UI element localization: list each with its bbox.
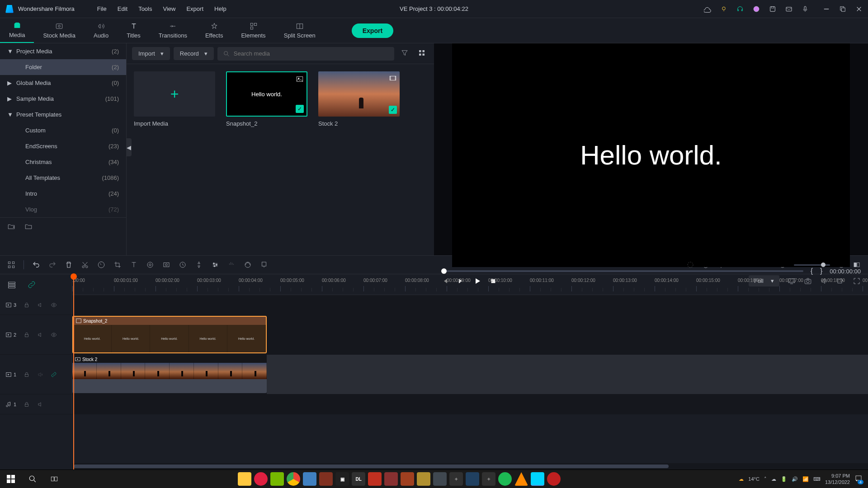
eye-icon[interactable] xyxy=(51,302,57,308)
media-item-snapshot[interactable]: Hello world. ✓ Snapshot_2 xyxy=(226,71,307,127)
app-opera[interactable] xyxy=(254,472,268,486)
motion-tool[interactable] xyxy=(195,261,203,269)
app-chrome[interactable] xyxy=(287,472,300,486)
weather-temp[interactable]: 14°C xyxy=(748,476,760,482)
app-spotify[interactable] xyxy=(498,472,512,486)
tab-media[interactable]: Media xyxy=(0,18,34,43)
app-generic-5[interactable] xyxy=(368,472,382,486)
tab-titles[interactable]: Titles xyxy=(118,18,150,43)
menu-view[interactable]: View xyxy=(163,5,175,12)
timeline-scrollbar[interactable] xyxy=(72,463,868,469)
crop-tool[interactable] xyxy=(113,261,122,269)
export-button[interactable]: Export xyxy=(352,23,393,38)
tray-volume-icon[interactable]: 🔊 xyxy=(792,476,798,482)
import-dropdown[interactable]: Import ▾ xyxy=(132,47,170,60)
tray-language-icon[interactable]: ⌨ xyxy=(813,476,821,482)
sidebar-item-global-media[interactable]: ▶ Global Media (0) xyxy=(0,75,126,91)
tab-transitions[interactable]: Transitions xyxy=(150,18,196,43)
app-vlc[interactable] xyxy=(514,472,528,486)
eye-icon[interactable] xyxy=(51,332,57,338)
weather-icon[interactable]: ☁ xyxy=(739,476,744,482)
sidebar-item-intro[interactable]: Intro (24) xyxy=(0,186,126,202)
timeline-clip-stock[interactable]: Stock 2 xyxy=(72,356,267,393)
tray-battery-icon[interactable]: 🔋 xyxy=(781,476,787,482)
app-generic-13[interactable] xyxy=(547,472,561,486)
record-dropdown[interactable]: Record ▾ xyxy=(174,47,214,60)
menu-help[interactable]: Help xyxy=(214,5,226,12)
minimize-button[interactable] xyxy=(823,5,830,13)
redo-button[interactable] xyxy=(48,261,57,269)
menu-file[interactable]: File xyxy=(97,5,107,12)
app-generic-9[interactable] xyxy=(433,472,447,486)
preview-scrubber[interactable] xyxy=(441,270,803,272)
tab-effects[interactable]: Effects xyxy=(196,18,232,43)
mute-icon[interactable] xyxy=(37,302,43,308)
app-generic-7[interactable] xyxy=(401,472,414,486)
media-item-stock[interactable]: ✓ Stock 2 xyxy=(318,71,400,127)
search-input[interactable] xyxy=(234,50,389,57)
sidebar-item-christmas[interactable]: Christmas (34) xyxy=(0,154,126,170)
app-generic-6[interactable] xyxy=(384,472,398,486)
track-manager-icon[interactable] xyxy=(7,280,16,289)
grid-view-icon[interactable] xyxy=(415,49,429,58)
app-generic-3[interactable]: ▣ xyxy=(335,472,349,486)
audio-sync-tool[interactable] xyxy=(227,261,236,269)
sidebar-item-endscreens[interactable]: EndScreens (23) xyxy=(0,138,126,154)
menu-edit[interactable]: Edit xyxy=(118,5,127,12)
tray-wifi-icon[interactable]: 📶 xyxy=(802,476,809,482)
mute-icon[interactable] xyxy=(37,371,43,378)
tray-chevron-icon[interactable]: ˄ xyxy=(764,476,767,482)
sidebar-item-project-media[interactable]: ▼ Project Media (2) xyxy=(0,43,126,59)
task-view-button[interactable] xyxy=(43,470,65,488)
app-generic-10[interactable]: ✦ xyxy=(449,472,463,486)
close-button[interactable] xyxy=(855,5,863,13)
sidebar-item-folder[interactable]: Folder (2) xyxy=(0,59,126,75)
timeline-clip-snapshot[interactable]: Snapshot_2 Hello world. Hello world. Hel… xyxy=(72,316,267,353)
tab-elements[interactable]: Elements xyxy=(232,18,274,43)
mail-icon[interactable] xyxy=(785,5,793,13)
adjust-tool[interactable] xyxy=(211,261,219,269)
lock-icon[interactable] xyxy=(24,332,30,338)
color-tool[interactable] xyxy=(146,261,154,269)
lock-icon[interactable] xyxy=(24,401,30,408)
headset-icon[interactable] xyxy=(736,5,744,13)
cloud-icon[interactable] xyxy=(703,5,712,13)
search-button[interactable] xyxy=(22,470,43,488)
zoom-slider[interactable] xyxy=(794,264,830,266)
sidebar-item-custom[interactable]: Custom (0) xyxy=(0,122,126,138)
app-generic-1[interactable] xyxy=(303,472,316,486)
tab-stock-media[interactable]: Stock Media xyxy=(34,18,85,43)
speed-ramp-tool[interactable] xyxy=(244,261,252,269)
mute-icon[interactable] xyxy=(37,332,43,338)
keyframe-tool[interactable] xyxy=(179,261,187,269)
lock-icon[interactable] xyxy=(24,302,30,308)
app-nvidia[interactable] xyxy=(270,472,284,486)
menu-tools[interactable]: Tools xyxy=(138,5,152,12)
cut-tool[interactable] xyxy=(81,261,89,269)
sidebar-item-sample-media[interactable]: ▶ Sample Media (101) xyxy=(0,91,126,107)
app-filmora[interactable] xyxy=(531,472,544,486)
sidebar-item-vlog[interactable]: Vlog (72) xyxy=(0,202,126,217)
undo-button[interactable] xyxy=(32,261,40,269)
start-button[interactable] xyxy=(0,470,22,488)
preview-canvas[interactable]: Hello world. xyxy=(452,43,850,267)
speed-tool[interactable] xyxy=(97,261,105,269)
link-icon[interactable] xyxy=(51,371,57,378)
account-icon[interactable] xyxy=(752,5,760,13)
bulb-icon[interactable] xyxy=(720,5,728,13)
tray-onedrive-icon[interactable]: ☁ xyxy=(771,476,776,482)
collapse-sidebar-button[interactable]: ◀ xyxy=(126,138,132,156)
tab-split-screen[interactable]: Split Screen xyxy=(275,18,325,43)
search-box[interactable] xyxy=(217,47,394,61)
marker-tool[interactable] xyxy=(260,261,268,269)
app-generic-8[interactable] xyxy=(417,472,430,486)
new-folder-icon[interactable] xyxy=(7,222,15,230)
text-tool[interactable] xyxy=(130,261,138,269)
app-generic-12[interactable]: ✦ xyxy=(482,472,495,486)
tab-audio[interactable]: Audio xyxy=(85,18,118,43)
taskbar-clock[interactable]: 9:07 PM 13/12/2022 xyxy=(825,473,850,486)
mute-icon[interactable] xyxy=(37,401,43,408)
link-icon[interactable] xyxy=(27,280,36,289)
notifications-button[interactable]: 4 xyxy=(854,474,863,483)
maximize-button[interactable] xyxy=(839,5,846,13)
